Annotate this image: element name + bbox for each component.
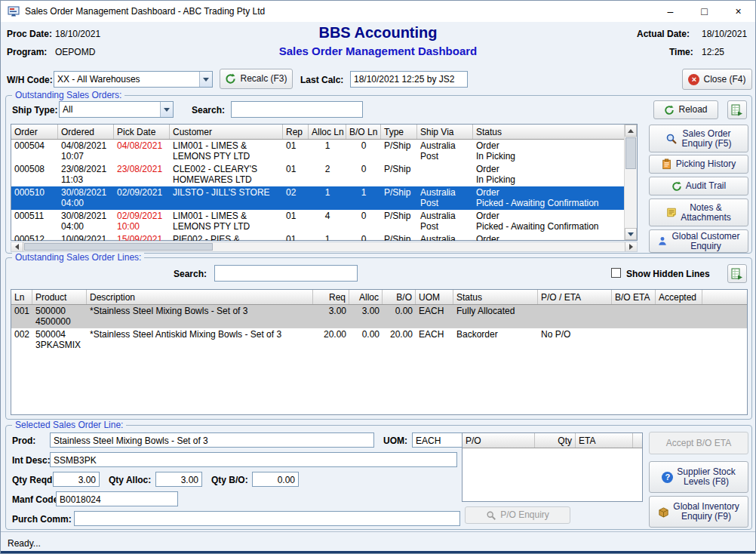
recalc-label: Recalc (F3) [240, 74, 287, 84]
recalc-button[interactable]: Recalc (F3) [220, 69, 293, 89]
prod-field[interactable]: Stainless Steel Mixing Bowls - Set of 3 [50, 432, 374, 448]
column-header[interactable]: Pick Date [114, 125, 170, 139]
column-header[interactable]: Alloc [349, 290, 383, 304]
chevron-down-icon[interactable] [160, 102, 173, 117]
column-header[interactable]: Req [313, 290, 349, 304]
qty-reqd-field[interactable]: 3.00 [53, 472, 100, 487]
table-cell: PIE002 - PIES & [170, 233, 283, 241]
table-cell: JILSTO - JILL'S STORE [170, 186, 283, 210]
global-inventory-enquiry-button[interactable]: Global Inventory Enquiry (F9) [649, 496, 748, 528]
picking-history-button[interactable]: Picking History [649, 155, 748, 174]
red-circle-x-icon: × [688, 74, 699, 85]
reload-button[interactable]: Reload [653, 100, 718, 119]
column-header[interactable]: Order [11, 125, 58, 139]
scroll-track[interactable] [625, 137, 637, 228]
ship-type-select[interactable]: All [59, 101, 174, 118]
scroll-thumb[interactable] [625, 137, 636, 169]
table-row[interactable]: 00051130/08/2021 04:0002/09/2021 10:00LI… [11, 210, 625, 233]
qty-alloc-field[interactable]: 3.00 [155, 472, 202, 487]
table-cell: EACH [416, 328, 453, 352]
table-cell: 001 [11, 305, 32, 328]
table-row[interactable]: 002500004 3PKASMIX*Stainless Steel Antis… [11, 328, 747, 352]
maximize-button[interactable]: □ [687, 1, 721, 22]
column-header[interactable]: Status [453, 290, 538, 304]
table-cell: 3.00 [349, 305, 383, 328]
orders-export-button[interactable] [727, 100, 747, 119]
scroll-right-icon[interactable] [625, 242, 637, 251]
supplier-stock-levels-button[interactable]: ? Supplier Stock Levels (F8) [649, 461, 748, 493]
table-cell: 500004 3PKASMIX [32, 328, 87, 352]
column-header[interactable]: Qty [535, 433, 576, 448]
column-header[interactable]: Status [473, 125, 625, 139]
orders-horizontal-scrollbar[interactable] [11, 242, 638, 252]
button-label: Picking History [676, 159, 736, 169]
column-header[interactable]: B/O Ln [346, 125, 381, 139]
column-header[interactable]: Ship Via [417, 125, 473, 139]
column-header[interactable]: Ordered [58, 125, 114, 139]
column-header[interactable]: Product [32, 290, 87, 304]
audit-trail-button[interactable]: Audit Trail [649, 177, 748, 195]
orders-search-input[interactable] [231, 101, 363, 118]
column-header[interactable]: B/O [383, 290, 416, 304]
column-header[interactable]: Description [87, 290, 313, 304]
column-header[interactable]: ETA [576, 433, 633, 448]
table-cell: EACH [416, 305, 453, 328]
green-refresh-icon [664, 105, 675, 115]
qty-bo-field[interactable]: 0.00 [252, 472, 299, 487]
table-row[interactable]: 00051030/08/2021 04:0002/09/2021JILSTO -… [11, 186, 625, 210]
lines-export-button[interactable] [727, 264, 747, 283]
table-cell: 04/08/2021 10:07 [58, 140, 114, 163]
table-row[interactable]: 001500000 4500000*Stainless Steel Mixing… [11, 305, 747, 328]
table-row[interactable]: 00051210/09/2021 04:0015/09/2021PIE002 -… [11, 233, 625, 241]
column-header[interactable]: P/O / ETA [538, 290, 612, 304]
app-icon [8, 5, 20, 17]
manf-code-field[interactable]: B0018024 [56, 491, 178, 506]
show-hidden-checkbox[interactable] [611, 268, 621, 278]
qty-alloc-label: Qty Alloc: [109, 475, 151, 485]
scroll-left-icon[interactable] [11, 242, 23, 251]
app-window: Sales Order Management Dashboard - ABC T… [0, 0, 756, 554]
notes-attachments-button[interactable]: Notes & Attachments [649, 199, 748, 226]
title-bar: Sales Order Management Dashboard - ABC T… [1, 1, 755, 22]
table-row[interactable]: 00050404/08/2021 10:0704/08/2021LIM001 -… [11, 140, 625, 163]
lines-search-input[interactable] [214, 265, 358, 282]
table-cell: 0 [346, 140, 381, 163]
scroll-thumb[interactable] [24, 243, 213, 251]
column-header[interactable]: Customer [170, 125, 283, 139]
scroll-track[interactable] [23, 242, 625, 251]
column-header[interactable]: Ln [11, 290, 32, 304]
table-cell: 01 [283, 233, 309, 241]
column-header[interactable]: Rep [283, 125, 309, 139]
detail-section: Selected Sales Order Line: Prod: Stainle… [5, 425, 752, 530]
table-row[interactable]: 00050823/08/2021 11:0323/08/2021CLE002 -… [11, 163, 625, 186]
scroll-down-icon[interactable] [625, 228, 637, 240]
column-header[interactable]: Alloc Ln [309, 125, 346, 139]
column-header[interactable]: Accepted [656, 290, 702, 304]
accept-bo-eta-button[interactable]: Accept B/O ETA [649, 432, 748, 454]
table-cell: 01 [283, 210, 309, 233]
purch-comm-field[interactable] [74, 511, 460, 526]
po-enquiry-button[interactable]: P/O Enquiry [465, 506, 570, 524]
orders-vertical-scrollbar[interactable] [624, 125, 637, 240]
close-f4-button[interactable]: × Close (F4) [682, 69, 752, 90]
scroll-up-icon[interactable] [625, 125, 637, 137]
table-cell: 000512 [11, 233, 58, 241]
table-cell: 1 [346, 186, 381, 210]
warehouse-select[interactable]: XX - All Warehouses [54, 71, 213, 88]
chevron-down-icon[interactable] [199, 72, 212, 87]
excel-export-icon [731, 268, 743, 280]
table-cell: 1 [309, 186, 346, 210]
uom-field[interactable]: EACH [412, 432, 468, 448]
close-window-button[interactable]: × [721, 1, 755, 22]
column-header[interactable]: P/O [463, 433, 535, 448]
column-header[interactable]: B/O ETA [612, 290, 656, 304]
table-cell: 02/09/2021 [114, 186, 170, 210]
manf-code-label: Manf Code: [12, 494, 61, 505]
minimize-button[interactable]: – [653, 1, 687, 22]
column-header[interactable]: UOM [416, 290, 453, 304]
column-header[interactable]: Type [381, 125, 417, 139]
table-cell: 02/09/2021 10:00 [114, 210, 170, 233]
int-desc-field[interactable]: SSMB3PK [50, 452, 457, 467]
sales-order-enquiry-button[interactable]: Sales Order Enquiry (F5) [649, 125, 748, 152]
global-customer-enquiry-button[interactable]: Global Customer Enquiry [649, 229, 748, 253]
